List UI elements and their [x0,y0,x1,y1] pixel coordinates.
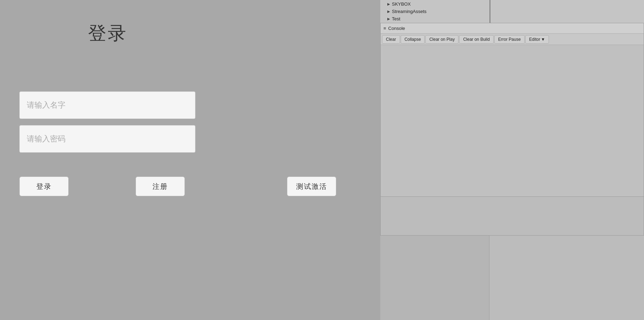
login-button[interactable]: 登录 [19,177,69,196]
bottom-area [380,236,644,320]
login-title: 登录 [88,21,127,46]
console-toolbar: Clear Collapse Clear on Play Clear on Bu… [381,34,644,45]
tree-item-label: StreamingAssets [392,9,426,14]
console-bottom-area [381,197,644,235]
console-icon: ≡ [383,26,386,31]
login-panel: 登录 登录 注册 测试激活 [0,0,380,320]
tree-arrow-icon: ▶ [387,17,390,21]
console-title: Console [388,26,405,31]
tree-item-test[interactable]: ▶ Test [387,16,644,21]
buttons-row: 登录 注册 测试激活 [19,177,336,196]
tree-item-skybox[interactable]: ▶ SKYBOX [387,1,644,7]
console-titlebar: ≡ Console [381,23,644,34]
bottom-right-panel [489,236,644,320]
console-clear-on-play-button[interactable]: Clear on Play [425,35,458,44]
test-activate-button[interactable]: 测试激活 [287,177,336,196]
bottom-left-panel [380,236,489,320]
console-editor-dropdown-button[interactable]: Editor ▼ [525,35,549,44]
password-input[interactable] [19,125,195,153]
dropdown-arrow-icon: ▼ [541,37,545,42]
editor-panel: ▶ SKYBOX ▶ StreamingAssets ▶ Test ≡ Cons… [380,0,644,320]
console-clear-button[interactable]: Clear [382,35,400,44]
console-clear-on-build-button[interactable]: Clear on Build [459,35,493,44]
console-error-pause-button[interactable]: Error Pause [494,35,525,44]
register-button[interactable]: 注册 [136,177,185,196]
tree-arrow-icon: ▶ [387,9,390,13]
console-editor-label: Editor [529,37,540,42]
tree-item-streaming-assets[interactable]: ▶ StreamingAssets [387,9,644,14]
file-tree: ▶ SKYBOX ▶ StreamingAssets ▶ Test [380,0,644,23]
console-window: ≡ Console Clear Collapse Clear on Play C… [380,23,644,236]
console-collapse-button[interactable]: Collapse [401,35,425,44]
username-input[interactable] [19,91,195,119]
tree-item-label: Test [392,16,400,21]
tree-arrow-icon: ▶ [387,2,390,6]
tree-item-label: SKYBOX [392,1,411,7]
console-body [381,45,644,235]
